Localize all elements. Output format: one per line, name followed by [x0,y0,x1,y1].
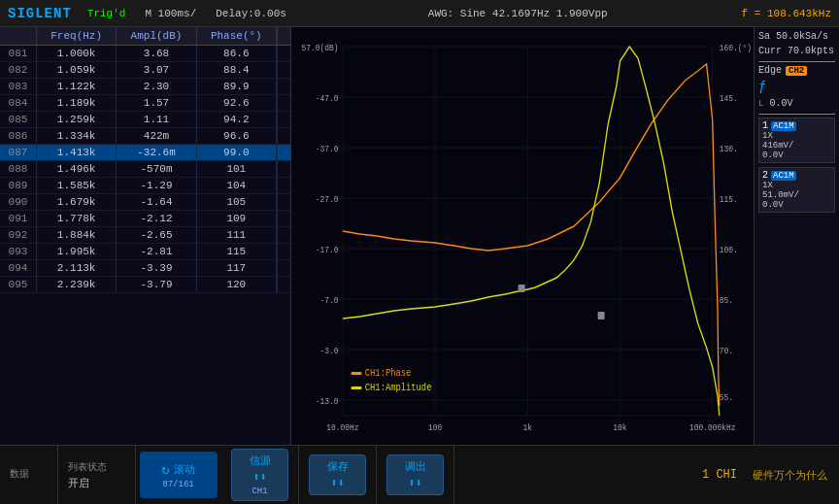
table-row[interactable]: 089 1.585k -1.29 104 [0,178,290,194]
table-row[interactable]: 085 1.259k 1.11 94.2 [0,112,290,128]
cell-ampl: 2.30 [117,79,196,94]
cell-ampl: -3.39 [117,260,196,276]
cell-phase: 120 [197,277,277,292]
adjust-label: 调出 [405,459,426,474]
adjust-arrows: ⬆⬇ [408,476,421,490]
svg-text:130.: 130. [720,145,738,155]
cell-freq: 1.995k [37,244,117,259]
col-ampl: Ampl(dB) [117,27,196,45]
svg-text:CH1:Phase: CH1:Phase [365,368,412,380]
save-btn-section[interactable]: 保存 ⬆⬇ [299,446,377,504]
cell-freq: 1.496k [37,161,117,177]
table-row[interactable]: 095 2.239k -3.79 120 [0,277,290,293]
svg-rect-36 [519,285,525,292]
cell-num: 087 [0,145,37,160]
sample-rate: Sa 50.0kSa/s [758,31,835,42]
svg-text:-17.0: -17.0 [316,246,339,256]
scroll-btn-section[interactable]: ↻ 滚动 87/161 [140,452,218,498]
sa-rate-val: Sa 50.0kSa/s [758,31,828,42]
brand-text: SIGLENT [8,6,72,21]
svg-text:55.: 55. [720,393,733,404]
list-status-section: 列表状态 开启 [58,446,136,504]
table-row[interactable]: 093 1.995k -2.81 115 [0,244,290,260]
ch1-val1: 416mV/ [762,141,831,151]
cell-num: 091 [0,211,37,226]
cell-num: 089 [0,178,37,193]
cell-ampl: -3.79 [117,277,196,292]
table-row[interactable]: 084 1.189k 1.57 92.6 [0,95,290,112]
svg-text:70.: 70. [720,347,733,357]
scroll-label: 滚动 [174,462,195,477]
source-label: 信源 [250,454,271,468]
cell-num: 085 [0,112,37,127]
save-arrows: ⬆⬇ [330,476,344,490]
table-row[interactable]: 081 1.000k 3.68 86.6 [0,46,290,62]
col-freq: Freq(Hz) [37,27,117,45]
svg-text:CH1:Amplitude: CH1:Amplitude [365,383,432,394]
cell-freq: 1.778k [37,211,117,226]
col-phase: Phase(°) [197,27,277,45]
table-row[interactable]: 092 1.884k -2.65 111 [0,227,290,244]
cell-num: 095 [0,277,37,292]
adjust-button[interactable]: 调出 ⬆⬇ [386,454,444,495]
table-row[interactable]: 094 2.113k -3.39 117 [0,260,290,277]
dc-row: L 0.0V [758,98,835,109]
cell-freq: 2.113k [37,260,117,276]
svg-text:160.(°): 160.(°) [720,44,752,54]
data-label: 数据 [10,467,48,481]
table-row[interactable]: 087 1.413k -32.6m 99.0 [0,145,290,161]
table-row[interactable]: 091 1.778k -2.12 109 [0,211,290,227]
ch2-badge: AC1M [771,171,796,181]
col-num [0,27,37,45]
curr-pts: Curr 70.0kpts [758,46,835,56]
data-section: 数据 [0,446,58,504]
cell-freq: 1.334k [37,128,117,144]
table-row[interactable]: 090 1.679k -1.64 105 [0,194,290,211]
chi-label: 1 CHI [702,468,737,482]
cell-freq: 1.122k [37,79,117,94]
svg-rect-37 [598,312,605,319]
ch2-num: 2 [762,170,768,181]
source-btn-section[interactable]: 信源 ⬆⬇ CH1 [221,446,299,504]
main-area: Freq(Hz) Ampl(dB) Phase(°) 081 1.000k 3.… [0,27,839,445]
cell-ampl: -570m [117,161,196,177]
save-label: 保存 [327,459,349,474]
svg-text:-7.0: -7.0 [319,296,338,307]
table-row[interactable]: 086 1.334k 422m 96.6 [0,128,290,145]
cell-phase: 86.6 [197,46,277,61]
svg-rect-38 [352,372,362,375]
watermark-text: 硬件万个为什么 [753,468,827,483]
source-button[interactable]: 信源 ⬆⬇ CH1 [231,449,288,501]
awg-info: AWG: Sine 42.1697Hz 1.900Vpp [428,8,608,19]
cell-ampl: 3.68 [117,46,196,61]
cell-freq: 1.413k [37,145,117,160]
svg-text:1k: 1k [523,423,533,434]
table-row[interactable]: 083 1.122k 2.30 89.9 [0,79,290,95]
scroll-button[interactable]: ↻ 滚动 87/161 [150,457,207,493]
cell-phase: 109 [197,211,277,226]
cell-freq: 1.189k [37,95,117,111]
cell-freq: 2.239k [37,277,117,292]
scroll-icon: ↻ [161,461,169,478]
save-button[interactable]: 保存 ⬆⬇ [309,454,366,495]
topbar: SIGLENT Trig'd M 100ms/ Delay:0.00s AWG:… [0,0,839,27]
cell-freq: 1.259k [37,112,117,127]
ch1-num: 1 [762,120,768,131]
cell-num: 092 [0,227,37,243]
svg-text:115.: 115. [720,195,738,206]
adjust-btn-section[interactable]: 调出 ⬆⬇ [377,446,454,504]
table-row[interactable]: 088 1.496k -570m 101 [0,161,290,178]
svg-text:-3.0: -3.0 [319,347,338,357]
ch2-val1: 51.0mV/ [762,190,831,200]
list-status-label: 列表状态 [68,460,125,474]
edge-ch: CH2 [786,66,807,76]
cell-phase: 104 [197,178,277,193]
cell-ampl: 422m [117,128,196,144]
ch2-block: 2 AC1M 1X 51.0mV/ 0.0V [758,167,835,213]
table-row[interactable]: 082 1.059k 3.07 88.4 [0,62,290,79]
svg-text:-47.0: -47.0 [316,94,339,105]
table-header: Freq(Hz) Ampl(dB) Phase(°) [0,27,290,46]
svg-text:85.: 85. [720,296,733,307]
cell-ampl: -2.81 [117,244,196,259]
dc-label: L [758,99,763,109]
